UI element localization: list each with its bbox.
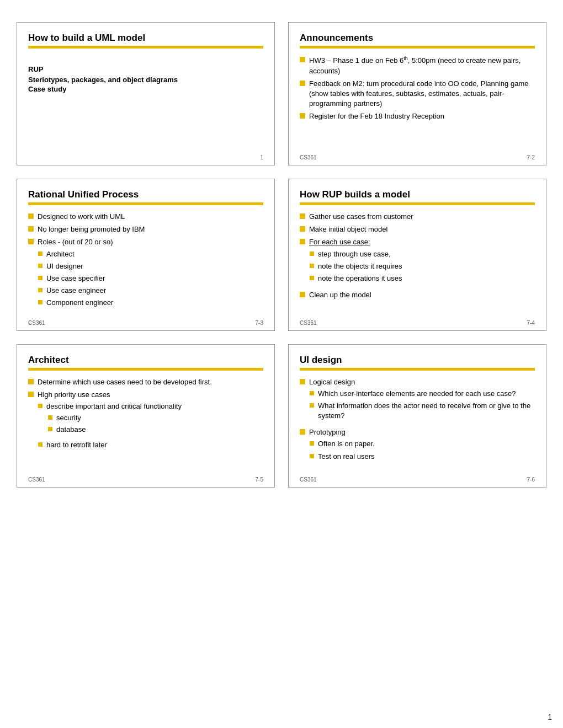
bullet-logicaldesign-text: Logical design [309,377,355,387]
slide-3-footer-left: CS361 [28,320,45,326]
bullet-nolonger-text: No longer being promoted by IBM [38,224,145,234]
bullet-register-text: Register for the Feb 18 Industry Recepti… [309,111,444,121]
slide-1-casestudy: Case study [28,85,263,93]
sub-bullet-testonusers-text: Test on real users [318,452,375,462]
slide-5-underline [28,368,263,371]
slide-3: Rational Unified Process Designed to wor… [17,179,275,331]
sub-bullet-testonusers: Test on real users [310,452,375,462]
slide-1-content: RUP Steriotypes, packages, and object di… [28,55,263,93]
bullet-roles: Roles - (out of 20 or so) Architect UI d… [28,237,263,312]
sub-bullet-hardretrofit: hard to retrofit later [38,440,182,450]
sub-bullet-icon-5 [38,300,43,304]
bullet-icon-s3-3 [28,239,34,244]
bullet-foreach-text: For each use case: [309,237,370,247]
page-number: 1 [548,713,552,721]
sub-bullet-ucengineer: Use case engineer [38,286,113,296]
sub-bullet-step-text: step through use case, [318,249,391,259]
bullet-icon-s6-1 [300,379,305,384]
slide-5-footer-right: 7-5 [256,477,263,483]
slide-5: Architect Determine which use cases need… [17,344,275,488]
sub-bullet-compengineer-text: Component engineer [46,298,113,308]
bullet-icon-2 [300,81,305,86]
bullet-determine-text: Determine which use cases need to be dev… [38,377,212,387]
slide-2-footer: CS361 7-2 [300,154,535,160]
slide-6-subbullets-2: Often is on paper. Test on real users [310,439,375,463]
sub-bullet-icon-s4-2 [310,264,314,268]
sub-bullet-compengineer: Component engineer [38,298,113,308]
slide-1-footer: 1 [28,154,263,160]
slide-1-steriotypes: Steriotypes, packages, and object diagra… [28,76,263,84]
slide-3-title: Rational Unified Process [28,189,263,200]
sub-bullet-icon-s4-3 [310,276,314,280]
bullet-prototyping-text: Prototyping [309,427,346,437]
slide-6-footer: CS361 7-6 [300,477,535,483]
bullet-hw3-text: HW3 – Phase 1 due on Feb 6th, 5:00pm (ne… [309,55,535,76]
sub-bullet-objects-text: note the objects it requires [318,261,402,271]
slide-3-footer-right: 7-3 [256,320,263,326]
bullet-gather: Gather use cases from customer [300,212,535,222]
bullet-feedback-text: Feedback on M2: turn procedural code int… [309,79,535,109]
slide-4-footer-right: 7-4 [527,320,535,326]
sub-bullet-icon-3 [38,276,43,280]
sub-sub-bullet-icon-1 [48,415,52,420]
sub-bullet-icon-s5-1 [38,404,43,408]
sub-bullet-paper-text: Often is on paper. [318,439,375,449]
sub-bullet-icon-s6-1 [310,391,314,395]
slide-2-bullets: HW3 – Phase 1 due on Feb 6th, 5:00pm (ne… [300,55,535,121]
slide-6-underline [300,368,535,371]
bullet-cleanup-text: Clean up the model [309,290,371,300]
bullet-gather-text: Gather use cases from customer [309,212,413,222]
sub-bullet-hardretrofit-text: hard to retrofit later [46,440,107,450]
sub-bullet-whatinfo-text: What information does the actor need to … [318,401,535,421]
sub-bullet-ucspecifier: Use case specifier [38,274,113,283]
sub-sub-bullet-security-text: security [56,413,81,423]
bullet-icon [300,57,305,62]
sub-bullet-operations-text: note the operations it uses [318,274,402,283]
slide-5-title: Architect [28,355,263,366]
slide-3-footer: CS361 7-3 [28,320,263,326]
bullet-nolonger: No longer being promoted by IBM [28,224,263,234]
bullet-foreach: For each use case: step through use case… [300,237,535,287]
bullet-determine: Determine which use cases need to be dev… [28,377,263,387]
slide-4-underline [300,202,535,205]
bullet-icon-s4-1 [300,213,305,219]
sub-bullet-icon-s6-2 [310,403,314,408]
slide-2: Announcements HW3 – Phase 1 due on Feb 6… [288,22,546,165]
bullet-icon-3 [300,113,305,119]
sub-bullet-step: step through use case, [310,249,402,259]
slide-4-footer-left: CS361 [300,320,317,326]
bullet-icon-s4-4 [300,292,305,297]
slide-6: UI design Logical design Which user-inte… [288,344,546,488]
sub-bullet-icon-s5-2 [38,442,43,447]
slide-3-underline [28,202,263,205]
sub-sub-bullet-database: database [48,425,86,435]
bullet-icon-s5-1 [28,379,34,384]
bullet-icon-s3-2 [28,226,34,232]
slide-2-footer-right: 7-2 [527,154,535,160]
sub-sub-bullet-icon-2 [48,427,52,431]
slide-5-subsubbullets: security database [48,413,86,436]
sub-bullet-uidesigner-text: UI designer [46,261,83,271]
bullet-icon-s5-2 [28,392,34,397]
sub-bullet-paper: Often is on paper. [310,439,375,449]
bullet-icon-s4-2 [300,226,305,232]
sub-bullet-operations: note the operations it uses [310,274,402,283]
slide-4-title: How RUP builds a model [300,189,535,200]
sub-bullet-architect: Architect [38,249,113,259]
bullet-hw3: HW3 – Phase 1 due on Feb 6th, 5:00pm (ne… [300,55,535,76]
sub-bullet-describe-text: describe important and critical function… [46,402,182,411]
bullet-icon-s4-3 [300,239,305,244]
bullet-cleanup: Clean up the model [300,290,535,300]
slide-3-bullets: Designed to work with UML No longer bein… [28,212,263,312]
sub-bullet-uielements: Which user-interface elements are needed… [310,389,535,399]
slide-2-footer-left: CS361 [300,154,317,160]
sub-sub-bullet-database-text: database [56,425,86,435]
slide-1-rup: RUP [28,65,263,73]
sub-sub-bullet-security: security [48,413,86,423]
bullet-designed-text: Designed to work with UML [38,212,125,222]
slide-5-footer: CS361 7-5 [28,477,263,483]
bullet-roles-text: Roles - (out of 20 or so) [38,237,113,247]
bullet-highpriority: High priority use cases describe importa… [28,390,263,454]
slide-1-underline [28,46,263,49]
slide-6-footer-right: 7-6 [527,477,535,483]
